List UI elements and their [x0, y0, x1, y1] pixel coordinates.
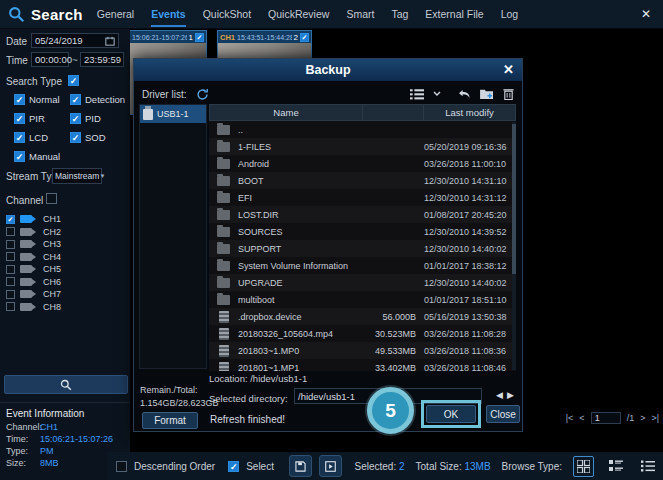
browse-thumb-list-icon [609, 460, 623, 473]
checkbox-pir[interactable] [14, 113, 25, 124]
table-row[interactable]: .. [209, 121, 516, 138]
table-row[interactable]: 201803~1.MP049.533MB03/26/2018 11:08:36 [209, 342, 516, 359]
window-close-icon[interactable]: ✕ [641, 7, 651, 21]
file-name: LOST.DIR [238, 210, 362, 220]
file-size: 30.523MB [362, 329, 424, 339]
calendar-icon[interactable] [105, 36, 115, 46]
modify-column-header[interactable]: Last modify [424, 107, 515, 118]
backup-button[interactable] [289, 455, 312, 477]
prev-page-button[interactable]: < [579, 413, 584, 423]
channel-all-checkbox[interactable] [46, 193, 57, 204]
browse-grid-button[interactable] [573, 456, 594, 477]
table-row[interactable]: 20180326_105604.mp430.523MB03/26/2018 11… [209, 325, 516, 342]
table-row[interactable]: UPGRADE12/30/2010 14:40:02 [209, 274, 516, 291]
channel-item-ch1[interactable]: CH1 [6, 213, 124, 226]
dialog-close-icon[interactable]: ✕ [503, 62, 514, 77]
channel-item-ch8[interactable]: CH8 [6, 301, 124, 314]
tab-log[interactable]: Log [501, 1, 519, 27]
checkbox-manual[interactable] [14, 151, 25, 162]
tab-quickshot[interactable]: QuickShot [203, 1, 251, 27]
table-row[interactable]: .dropbox.device56.000B05/16/2019 13:50:3… [209, 308, 516, 325]
scrollbar[interactable] [512, 122, 516, 370]
browse-list-button[interactable] [637, 456, 658, 477]
table-row[interactable]: multiboot01/01/2017 18:51:10 [209, 291, 516, 308]
first-page-button[interactable]: |< [566, 413, 574, 423]
checkbox-ch3[interactable] [6, 240, 15, 249]
view-mode-icon[interactable] [410, 89, 424, 100]
browse-list-icon [641, 460, 655, 472]
channel-label: CH4 [43, 252, 61, 262]
remain-total-label: Remain./Total: [140, 385, 198, 395]
checkbox-normal[interactable] [14, 94, 25, 105]
checkbox-lcd[interactable] [14, 132, 25, 143]
table-row[interactable]: 1-FILES05/20/2019 09:16:36 [209, 138, 516, 155]
tab-external-file[interactable]: External File [425, 1, 483, 27]
undo-icon[interactable] [458, 89, 471, 100]
channel-item-ch3[interactable]: CH3 [6, 238, 124, 251]
table-row[interactable]: LOST.DIR01/08/2017 20:45:20 [209, 206, 516, 223]
table-row[interactable]: 201801~1.MP133.402MB03/26/2018 11:08:46 [209, 359, 516, 371]
next-page-button[interactable]: > [640, 413, 645, 423]
delete-icon[interactable] [503, 88, 514, 100]
table-row[interactable]: SUPPORT12/30/2010 14:40:02 [209, 240, 516, 257]
channel-item-ch7[interactable]: CH7 [6, 288, 124, 301]
table-row[interactable]: Android03/26/2018 11:00:10 [209, 155, 516, 172]
next-arrow-icon[interactable]: ▶ [507, 390, 518, 400]
channel-item-ch6[interactable]: CH6 [6, 276, 124, 289]
tab-smart[interactable]: Smart [346, 1, 374, 27]
close-button[interactable]: Close [486, 405, 520, 423]
name-column-header[interactable]: Name [210, 105, 363, 120]
checkbox-sod[interactable] [70, 132, 81, 143]
table-row[interactable]: System Volume Information01/01/2017 18:3… [209, 257, 516, 274]
total-size-label: Total Size: [416, 461, 462, 472]
table-row[interactable]: SOURCES12/30/2010 14:39:52 [209, 223, 516, 240]
channel-item-ch5[interactable]: CH5 [6, 263, 124, 276]
browse-thumb-list-button[interactable] [605, 456, 626, 477]
search-type-all-checkbox[interactable] [68, 75, 79, 86]
time-to-input[interactable]: 23:59:59 [80, 52, 124, 67]
chevron-down-icon[interactable] [433, 91, 441, 97]
time-from-input[interactable]: 00:00:00 [31, 52, 69, 67]
date-input[interactable]: 05/24/2019 [31, 33, 119, 48]
checkbox-ch8[interactable] [6, 302, 15, 311]
file-modified: 03/26/2018 11:00:10 [424, 159, 516, 169]
checkbox-pid[interactable] [70, 113, 81, 124]
tab-tag[interactable]: Tag [391, 1, 408, 27]
prev-arrow-icon[interactable]: ◀ [496, 390, 507, 400]
page-input[interactable]: 1 [591, 412, 621, 424]
checkbox-ch7[interactable] [6, 290, 15, 299]
selected-directory-label: Selected directory: [209, 393, 288, 404]
checkbox-ch6[interactable] [6, 277, 15, 286]
event-info-value: CH1 [40, 422, 58, 434]
search-button[interactable] [4, 375, 128, 394]
thumbnail-index: 2 [294, 33, 298, 42]
checkbox-ch5[interactable] [6, 265, 15, 274]
stream-type-select[interactable]: Mainstream ▼ [52, 168, 102, 184]
refresh-icon[interactable] [196, 88, 209, 101]
checkbox-ch4[interactable] [6, 252, 15, 261]
file-icon [219, 328, 229, 340]
add-folder-icon[interactable] [480, 88, 494, 100]
thumbnail-checkbox[interactable] [300, 33, 309, 42]
tab-events[interactable]: Events [151, 1, 185, 27]
play-button[interactable] [319, 455, 342, 477]
thumbnail-checkbox[interactable] [195, 33, 204, 42]
channel-item-ch2[interactable]: CH2 [6, 226, 124, 239]
table-row[interactable]: EFI12/30/2010 14:31:12 [209, 189, 516, 206]
last-page-button[interactable]: >| [651, 413, 659, 423]
tab-quickreview[interactable]: QuickReview [268, 1, 329, 27]
checkbox-ch2[interactable] [6, 227, 15, 236]
browse-type-label: Browse Type: [502, 461, 562, 472]
checkbox-ch1[interactable] [6, 215, 15, 224]
size-column-header[interactable] [363, 105, 424, 120]
directory-nav-arrows[interactable]: ◀▶ [496, 390, 518, 400]
descending-order-checkbox[interactable] [116, 461, 127, 472]
select-checkbox[interactable] [228, 461, 239, 472]
scrollbar-thumb[interactable] [512, 124, 516, 274]
format-button[interactable]: Format [142, 412, 198, 429]
table-row[interactable]: BOOT12/30/2010 14:31:10 [209, 172, 516, 189]
drive-item-usb1-1[interactable]: USB1-1 [140, 105, 206, 123]
channel-item-ch4[interactable]: CH4 [6, 251, 124, 264]
tab-general[interactable]: General [97, 1, 134, 27]
checkbox-detection[interactable] [70, 94, 81, 105]
